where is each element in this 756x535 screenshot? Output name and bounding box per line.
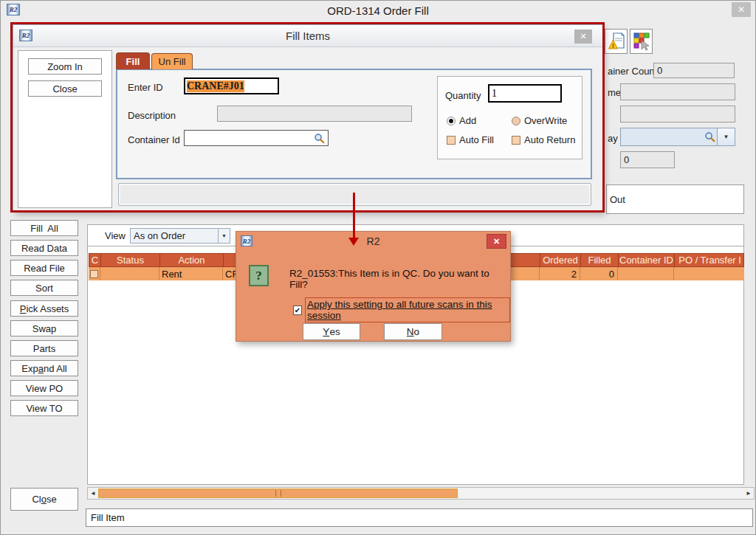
- view-options-button[interactable]: [630, 29, 653, 54]
- apply-setting-label[interactable]: Apply this setting to all future scans i…: [305, 297, 510, 322]
- radio-add-circle[interactable]: [447, 117, 456, 125]
- row-ordered-cell: 2: [540, 267, 580, 280]
- col-header-status[interactable]: Status: [101, 254, 160, 266]
- radio-add[interactable]: Add: [447, 115, 476, 126]
- close-button[interactable]: Close: [10, 488, 78, 511]
- svg-text:!: !: [612, 42, 614, 49]
- window-titlebar: R2 ORD-1314 Order Fill ✕: [1, 1, 755, 20]
- swap-button[interactable]: Swap: [10, 320, 78, 336]
- dialog-left-panel: Zoom In Close: [18, 50, 112, 208]
- apply-setting-row[interactable]: ✔ Apply this setting to all future scans…: [293, 297, 510, 322]
- container-id-field[interactable]: [184, 130, 329, 146]
- tab-unfill[interactable]: Un Fill: [151, 53, 193, 69]
- scrollbar-grip: [275, 490, 281, 497]
- quantity-label: Quantity: [445, 87, 481, 103]
- dialog-close-button[interactable]: Close: [28, 80, 102, 97]
- col-header-action[interactable]: Action: [160, 254, 224, 266]
- enter-id-value: CRANE#J01: [187, 80, 244, 92]
- container-count-field: 0: [653, 63, 735, 78]
- bay-dropdown-arrow[interactable]: ▼: [717, 128, 735, 145]
- zoom-in-button[interactable]: Zoom In: [28, 58, 102, 75]
- row-checkbox[interactable]: [90, 270, 98, 278]
- col-header-container-id[interactable]: Container ID: [619, 254, 675, 266]
- col-header-c[interactable]: C: [89, 254, 101, 266]
- view-combo-value: As on Order: [131, 230, 218, 241]
- auto-return-box[interactable]: [512, 136, 520, 145]
- parts-button[interactable]: Parts: [10, 340, 78, 356]
- bay-qty-field: 0: [620, 151, 675, 168]
- row-action-cell: Rent: [159, 267, 223, 280]
- scroll-right-arrow[interactable]: ►: [743, 488, 754, 499]
- read-data-button[interactable]: Read Data: [10, 240, 78, 256]
- fill-items-close-button[interactable]: ✕: [574, 30, 592, 44]
- fill-tab-panel: Enter ID CRANE#J01 Description Container…: [116, 69, 592, 179]
- extra-field: [620, 106, 735, 122]
- auto-return-checkbox[interactable]: Auto Return: [512, 134, 575, 145]
- sort-button[interactable]: Sort: [10, 280, 78, 296]
- container-search-icon[interactable]: [314, 133, 325, 144]
- auto-fill-checkbox[interactable]: Auto Fill: [447, 134, 494, 145]
- col-header-filled[interactable]: Filled: [581, 254, 619, 266]
- exception-report-button[interactable]: !: [605, 29, 628, 54]
- auto-return-label: Auto Return: [524, 134, 575, 145]
- quantity-field[interactable]: 1: [488, 84, 562, 103]
- scroll-left-arrow[interactable]: ◄: [88, 488, 98, 499]
- col-header-po-transfer[interactable]: PO / Transfer I: [675, 254, 745, 266]
- apply-setting-checkbox[interactable]: ✔: [293, 306, 302, 315]
- color-grid-cursor-icon: [633, 32, 650, 51]
- radio-overwrite-label: OverWrite: [524, 115, 567, 126]
- col-header-ordered[interactable]: Ordered: [540, 254, 581, 266]
- name-label: me: [608, 85, 621, 100]
- expand-all-button[interactable]: Expand All: [10, 360, 78, 376]
- fill-all-button[interactable]: Fill All: [10, 220, 78, 236]
- pick-assets-button[interactable]: Pick Assets: [10, 300, 78, 317]
- fill-items-dialog: R2 Fill Items ✕ Zoom In Close Fill Un Fi…: [13, 24, 603, 212]
- bay-label: ay: [608, 131, 618, 145]
- warning-document-icon: !: [608, 32, 625, 51]
- status-bar: Fill Item: [86, 508, 753, 527]
- order-fill-window: R2 ORD-1314 Order Fill ✕ ! ainer Count 0…: [0, 0, 756, 535]
- tab-fill[interactable]: Fill: [116, 52, 150, 69]
- view-po-button[interactable]: View PO: [10, 380, 78, 396]
- auto-fill-box[interactable]: [447, 136, 456, 145]
- description-label: Description: [128, 107, 176, 123]
- annotation-arrow-line: [353, 193, 355, 238]
- annotation-arrow-head: [348, 238, 359, 246]
- row-filled-cell: 0: [580, 267, 618, 280]
- scrollbar-thumb[interactable]: [98, 489, 458, 498]
- container-id-label: Container Id: [128, 131, 180, 148]
- enter-id-field[interactable]: CRANE#J01: [184, 77, 279, 94]
- read-file-button[interactable]: Read File: [10, 260, 78, 276]
- horizontal-scrollbar[interactable]: ◄ ►: [87, 487, 755, 500]
- no-button[interactable]: No: [384, 323, 442, 340]
- msgbox-title: R2: [236, 235, 510, 247]
- name-field: [620, 83, 735, 100]
- description-field: [217, 106, 412, 122]
- enter-id-label: Enter ID: [128, 79, 163, 95]
- auto-fill-label: Auto Fill: [459, 134, 494, 145]
- row-checkbox-cell[interactable]: [89, 267, 100, 280]
- yes-button[interactable]: Yes: [303, 323, 360, 340]
- quantity-group: Quantity 1 Add OverWrite Auto Fill Auto …: [437, 76, 583, 159]
- window-close-button[interactable]: ✕: [732, 2, 751, 17]
- view-label: View: [105, 225, 126, 246]
- view-dropdown-arrow[interactable]: ▼: [218, 229, 230, 243]
- view-combo[interactable]: As on Order ▼: [130, 228, 230, 244]
- fill-items-title: Fill Items: [13, 30, 602, 42]
- msgbox-message: R2_01553:This Item is in QC. Do you want…: [289, 268, 505, 290]
- search-icon[interactable]: [704, 131, 715, 142]
- fill-items-titlebar[interactable]: R2 Fill Items ✕: [13, 25, 602, 47]
- row-container-id-cell: [618, 267, 674, 280]
- r2-message-box: R2 R2 ✕ ? R2_01553:This Item is in QC. D…: [236, 231, 511, 342]
- radio-overwrite[interactable]: OverWrite: [512, 115, 567, 126]
- radio-add-label: Add: [459, 115, 476, 126]
- row-po-cell: [674, 267, 744, 280]
- container-count-label: ainer Count: [608, 63, 657, 78]
- bay-combo[interactable]: ▼: [620, 128, 735, 146]
- msgbox-titlebar[interactable]: R2 R2 ✕: [236, 232, 510, 250]
- view-to-button[interactable]: View TO: [10, 400, 78, 416]
- window-title: ORD-1314 Order Fill: [1, 4, 755, 17]
- msgbox-close-button[interactable]: ✕: [487, 234, 506, 249]
- out-box: Out: [606, 184, 744, 214]
- radio-overwrite-circle[interactable]: [512, 117, 520, 125]
